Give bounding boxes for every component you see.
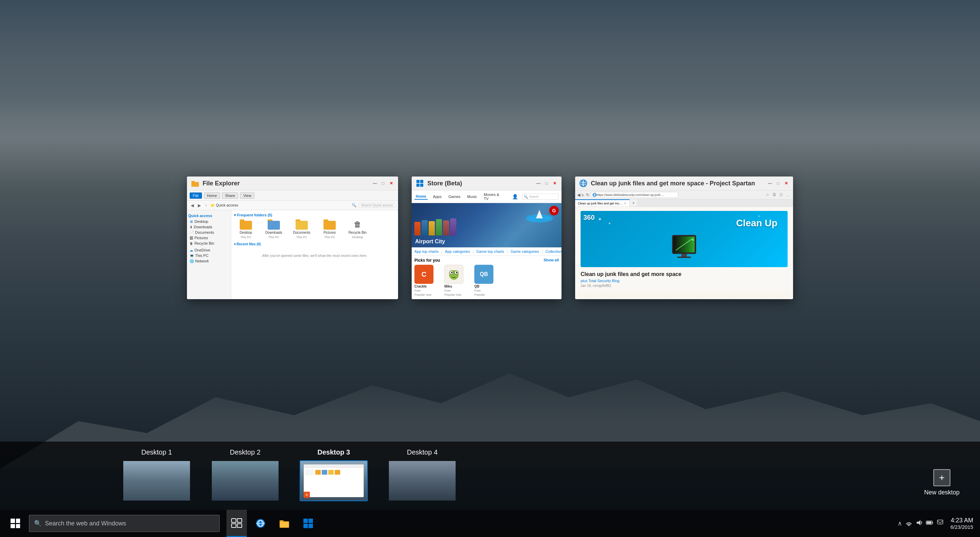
task-view-button[interactable] (226, 510, 247, 537)
store-window[interactable]: Store (Beta) — □ ✕ Home Apps Games Music… (412, 177, 562, 299)
store-app-crackle[interactable]: C Crackle Free Popular now (414, 265, 442, 296)
fe-tab-file[interactable]: File (190, 193, 202, 199)
spartan-ad-banner[interactable]: 360 Clean Up (581, 211, 788, 267)
fe-sidebar-documents[interactable]: 📄 Documents (188, 229, 229, 235)
notification-icon (937, 519, 943, 526)
spartan-article-link[interactable]: plus Total Security Blog (581, 279, 788, 283)
spartan-forward[interactable]: ▶ (582, 193, 585, 197)
store-close[interactable]: ✕ (551, 181, 558, 186)
store-picks-label: Picks for you (414, 258, 440, 263)
folder-downloads[interactable]: Downloads This PC (262, 220, 286, 239)
fe-sidebar-thispc[interactable]: 💻 This PC (188, 253, 229, 258)
spartan-newtab[interactable]: + (630, 199, 638, 207)
spartan-refresh[interactable]: ↻ (586, 193, 589, 197)
spartan-tab-close[interactable]: ✕ (624, 202, 627, 205)
fe-search-placeholder[interactable]: Search Quick access (359, 203, 395, 208)
store-taskbar-button[interactable] (298, 510, 318, 537)
spartan-close[interactable]: ✕ (783, 181, 790, 186)
store-cat-app-categories[interactable]: App categories (445, 249, 470, 253)
fe-forward-btn[interactable]: ▶ (197, 203, 202, 208)
svg-point-47 (908, 525, 910, 526)
spartan-more-icon[interactable]: … (785, 193, 791, 197)
fe-sidebar-recycle[interactable]: 🗑 Recycle Bin (188, 241, 229, 246)
clock-date: 6/23/2015 (950, 524, 973, 530)
store-search-text[interactable]: Search (529, 195, 539, 198)
desktop-4-item[interactable]: Desktop 4 (388, 448, 456, 501)
store-nav-games[interactable]: Games (447, 194, 462, 199)
d3-sidebar-mini (305, 469, 313, 475)
desktop-3-item[interactable]: Desktop 3 C (300, 448, 368, 501)
tray-volume-icon[interactable] (916, 519, 923, 528)
desktop-2-label: Desktop 2 (230, 448, 261, 456)
spartan-maximize[interactable]: □ (775, 181, 781, 186)
edge-browser-button[interactable] (250, 510, 271, 537)
file-explorer-window[interactable]: File Explorer — □ ✕ File Home Share View… (187, 177, 398, 299)
folder-pictures[interactable]: Pictures This PC (318, 220, 342, 239)
fe-tab-home[interactable]: Home (204, 193, 220, 199)
desktop-4-preview[interactable] (388, 461, 456, 501)
desktop-2-preview[interactable] (211, 461, 279, 501)
folder-documents[interactable]: Documents This PC (290, 220, 313, 239)
folder-icon-pictures (323, 220, 336, 229)
clock[interactable]: 4:23 AM 6/23/2015 (950, 517, 973, 530)
new-desktop-button[interactable]: + New desktop (924, 469, 959, 496)
store-search[interactable]: 🔍 Search (522, 194, 559, 200)
search-bar[interactable]: 🔍 Search the web and Windows (29, 515, 220, 532)
store-minimize[interactable]: — (535, 181, 542, 186)
cat-sep-3: | (507, 249, 508, 253)
store-app-qb[interactable]: QB QB Free Popular (474, 265, 501, 296)
tray-battery-icon[interactable] (926, 520, 933, 527)
fe-sidebar-downloads[interactable]: ⬇ Downloads (188, 224, 229, 229)
store-cat-collections[interactable]: Collections (546, 249, 562, 253)
fe-tab-view[interactable]: View (240, 193, 255, 199)
fe-tab-share[interactable]: Share (222, 193, 238, 199)
fe-sidebar-pictures[interactable]: 🖼 Pictures (188, 235, 229, 241)
folder-desktop[interactable]: Desktop This PC (234, 220, 258, 239)
spartan-share-icon[interactable]: ⬡ (778, 193, 784, 197)
fe-recent-label: ▾ Recent files (0) (234, 242, 395, 246)
spartan-tab-active[interactable]: Clean up junk files and get more sp... ✕ (575, 199, 630, 207)
maximize-button[interactable]: □ (380, 181, 387, 186)
spartan-reading-icon[interactable]: ☰ (772, 193, 777, 197)
store-maximize[interactable]: □ (543, 181, 550, 186)
store-cat-app-charts[interactable]: App top charts (414, 249, 439, 253)
store-nav-movies[interactable]: Movies & TV (482, 192, 504, 201)
close-button[interactable]: ✕ (388, 181, 395, 186)
desktop-2-item[interactable]: Desktop 2 (211, 448, 279, 501)
spartan-window[interactable]: Clean up junk files and get more space -… (575, 177, 793, 299)
desktop-1-item[interactable]: Desktop 1 (123, 448, 191, 501)
file-explorer-button[interactable] (274, 510, 294, 537)
store-nav-home[interactable]: Home (414, 194, 428, 200)
minimize-button[interactable]: — (372, 181, 378, 186)
spartan-page-content: 360 Clean Up (575, 207, 793, 292)
folder-recycle[interactable]: 🗑 Recycle Bin Desktop (345, 220, 369, 239)
desktop-3-window-thumb (304, 464, 364, 497)
svg-rect-33 (237, 519, 242, 523)
spartan-fav-icon[interactable]: ☆ (765, 193, 770, 197)
tray-overflow-icon[interactable]: ∧ (897, 519, 902, 527)
spartan-minimize[interactable]: — (767, 181, 773, 186)
store-cat-game-categories[interactable]: Game categories (511, 249, 539, 253)
spartan-address-bar[interactable]: https://www.360totalsecurity.com/clean-u… (591, 192, 678, 198)
store-account-icon[interactable]: 👤 (512, 194, 518, 199)
store-nav-apps[interactable]: Apps (432, 194, 443, 199)
svg-marker-48 (917, 520, 920, 526)
start-button[interactable] (3, 510, 27, 537)
store-show-all[interactable]: Show all (544, 258, 559, 263)
tray-network-icon[interactable] (905, 519, 912, 528)
tray-notification-icon[interactable] (937, 519, 943, 528)
fe-sidebar-network[interactable]: 🌐 Network (188, 258, 229, 264)
fe-back-btn[interactable]: ◀ (190, 203, 195, 208)
store-hero-banner[interactable]: Airport City G (412, 203, 562, 247)
store-nav-music[interactable]: Music (466, 194, 479, 199)
desktop-4-label: Desktop 4 (407, 448, 438, 456)
spartan-back[interactable]: ◀ (577, 193, 580, 197)
store-cat-game-charts[interactable]: Game top charts (476, 249, 504, 253)
fe-address-bar[interactable]: ◀ ▶ ↑ ⭐ Quick access 🔍 Search Quick acce… (187, 201, 398, 210)
fe-sidebar-onedrive[interactable]: ☁ OneDrive (188, 247, 229, 253)
desktop-3-preview[interactable]: C (300, 461, 368, 501)
desktop-1-preview[interactable] (123, 461, 191, 501)
fe-up-btn[interactable]: ↑ (204, 203, 208, 208)
store-app-miku[interactable]: Miku Free Popular now (444, 265, 472, 296)
fe-sidebar-desktop[interactable]: 🖥 Desktop (188, 219, 229, 224)
